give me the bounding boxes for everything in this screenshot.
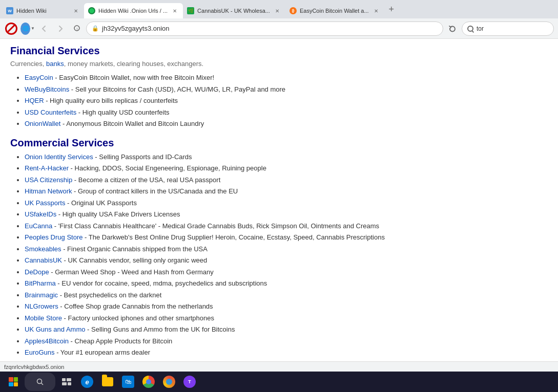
cortana-button[interactable] (25, 373, 55, 391)
link-apples4bitcoin[interactable]: Apples4Bitcoin (25, 337, 69, 345)
nav-bar: 🌐 ▼ i (0, 18, 558, 39)
list-item: Onion Identity Services - Selling Passpo… (25, 152, 548, 162)
start-button[interactable] (4, 373, 23, 391)
tab-favicon-4: ₿ (290, 7, 297, 14)
tab-close-2[interactable]: ✕ (171, 7, 179, 15)
cortana-search-icon (36, 378, 44, 385)
address-bar[interactable]: 🔒 jh32yv5zgayyts3.onion (86, 21, 443, 36)
tab-bar: W Hidden Wiki ✕ Hidden Wiki .Onion Urls … (0, 0, 558, 18)
tab-label-1: Hidden Wiki (16, 8, 69, 14)
forward-arrow-icon (57, 25, 64, 32)
tab-cannabisuk[interactable]: 🌿 CannabisUK - UK Wholesa... ✕ (183, 3, 285, 18)
link-dedope[interactable]: DeDope (25, 268, 49, 276)
link-usfakeids[interactable]: USfakeIDs (25, 210, 56, 218)
block-icon (5, 23, 17, 35)
list-item: NLGrowers - Coffee Shop grade Cannabis f… (25, 301, 548, 312)
list-item: ccPal - CCs, CVV2s, Ebay, Paypals and mo… (25, 359, 548, 362)
list-item: DeDope - German Weed Shop - Weed and Has… (25, 267, 548, 277)
link-uk-guns[interactable]: UK Guns and Ammo (25, 325, 86, 333)
firefox-button[interactable] (160, 373, 178, 391)
edge-button[interactable]: e (78, 373, 96, 391)
tab-easycoin[interactable]: ₿ EasyCoin Bitcoin Wallet a... ✕ (285, 3, 384, 18)
section-financial: Financial Services Currencies, banks, mo… (10, 45, 548, 129)
address-text: jh32yv5zgayyts3.onion (102, 25, 438, 32)
new-tab-button[interactable]: + (384, 2, 399, 16)
browser: W Hidden Wiki ✕ Hidden Wiki .Onion Urls … (0, 0, 558, 372)
link-hitman-network[interactable]: Hitman Network (25, 187, 72, 195)
taskbar: e 🛍 T (0, 372, 558, 392)
windows-logo-icon (9, 377, 18, 386)
link-nlgrowers[interactable]: NLGrowers (25, 302, 58, 310)
commercial-link-list: Onion Identity Services - Selling Passpo… (10, 152, 548, 362)
link-webuybitcoins[interactable]: WeBuyBitcoins (25, 85, 69, 93)
svg-line-3 (42, 383, 44, 385)
link-easycoin[interactable]: EasyCoin (25, 74, 53, 81)
link-euroguns[interactable]: EuroGuns (25, 349, 55, 356)
link-smokeables[interactable]: Smokeables (25, 245, 61, 253)
svg-rect-4 (62, 378, 66, 381)
list-item: UK Passports - Original UK Passports (25, 198, 548, 208)
info-icon: i (74, 25, 80, 32)
list-item: BitPharma - EU vendor for cocaine, speed… (25, 278, 548, 289)
svg-text:i: i (77, 27, 78, 30)
firefox-icon (163, 376, 175, 388)
link-onionwallet[interactable]: OnionWallet (25, 120, 60, 127)
link-mobile-store[interactable]: Mobile Store (25, 314, 62, 322)
link-eucanna[interactable]: EuCanna (25, 222, 52, 230)
search-bar[interactable]: tor (462, 21, 554, 36)
section-title-commercial: Commercial Services (10, 137, 548, 149)
list-item: EasyCoin - EasyCoin Bitcoin Wallet, now … (25, 73, 548, 83)
tab-hidden-wiki[interactable]: W Hidden Wiki ✕ (2, 3, 84, 18)
tab-close-1[interactable]: ✕ (72, 7, 80, 15)
back-button[interactable] (37, 21, 51, 36)
link-brainmagic[interactable]: Brainmagic (25, 291, 58, 299)
link-hqer[interactable]: HQER (25, 97, 44, 104)
lock-icon: 🔒 (92, 25, 99, 32)
section-title-financial: Financial Services (10, 45, 548, 57)
tor-button[interactable]: T (180, 373, 199, 391)
link-cannabisuk[interactable]: CannabisUK (25, 256, 62, 264)
link-usa-citizenship[interactable]: USA Citizenship (25, 176, 72, 184)
search-text: tor (477, 25, 484, 32)
list-item: EuCanna - 'First Class Cannabis Healthca… (25, 221, 548, 231)
task-view-button[interactable] (57, 373, 76, 391)
tor-icon: T (183, 376, 196, 388)
link-peoples-drug-store[interactable]: Peoples Drug Store (25, 233, 82, 241)
status-url: fzqnrlcvhkgbdwx5.onion (4, 364, 64, 370)
globe-button[interactable]: 🌐 ▼ (20, 21, 35, 36)
list-item: EuroGuns - Your #1 european arms dealer (25, 347, 548, 358)
list-item: HQER - High quality euro bills replicas … (25, 96, 548, 106)
link-ccpal[interactable]: ccPal (25, 360, 41, 362)
tab-close-4[interactable]: ✕ (372, 7, 380, 15)
link-bitpharma[interactable]: BitPharma (25, 279, 56, 287)
block-icon-button[interactable] (4, 21, 18, 36)
reload-icon (449, 25, 456, 32)
link-banks[interactable]: banks (46, 60, 64, 68)
list-item: OnionWallet - Anonymous Bitcoin Wallet a… (25, 119, 548, 129)
list-item: Mobile Store - Factory unlocked iphones … (25, 313, 548, 323)
tab-close-3[interactable]: ✕ (273, 7, 281, 15)
link-onion-identity[interactable]: Onion Identity Services (25, 153, 93, 161)
link-uk-passports[interactable]: UK Passports (25, 199, 65, 207)
link-rent-a-hacker[interactable]: Rent-A-Hacker (25, 164, 69, 172)
list-item: Smokeables - Finest Organic Cannabis shi… (25, 244, 548, 254)
list-item: USA Citizenship - Become a citizen of th… (25, 175, 548, 185)
store-icon: 🛍 (122, 376, 134, 388)
section-subtitle-financial: Currencies, banks, money markets, cleari… (10, 60, 548, 68)
list-item: CannabisUK - UK Cannabis vendor, selling… (25, 255, 548, 266)
file-explorer-button[interactable] (98, 373, 117, 391)
svg-rect-5 (67, 378, 71, 381)
security-info-button[interactable]: i (70, 21, 84, 36)
reload-button[interactable] (445, 21, 460, 36)
list-item: WeBuyBitcoins - Sell your Bitcoins for C… (25, 84, 548, 95)
forward-button[interactable] (53, 21, 68, 36)
chrome-button[interactable] (139, 373, 158, 391)
folder-icon (102, 377, 113, 386)
store-button[interactable]: 🛍 (119, 373, 137, 391)
browser-window: W Hidden Wiki ✕ Hidden Wiki .Onion Urls … (0, 0, 558, 392)
tab-hidden-wiki-onion[interactable]: Hidden Wiki .Onion Urls / ... ✕ (84, 3, 183, 18)
link-usd-counterfeits[interactable]: USD Counterfeits (25, 108, 76, 116)
list-item: Peoples Drug Store - The Darkweb's Best … (25, 232, 548, 243)
list-item: Brainmagic - Best psychedelics on the da… (25, 290, 548, 300)
tab-favicon-2 (88, 7, 95, 14)
